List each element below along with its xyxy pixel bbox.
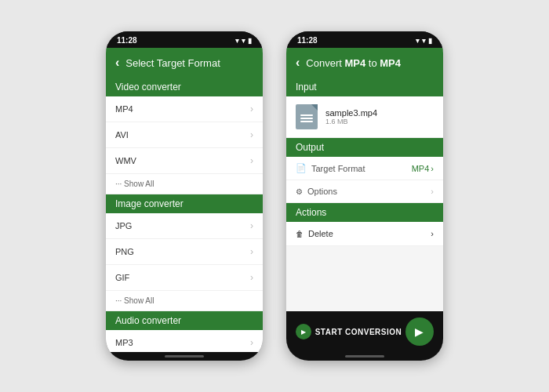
right-home-indicator [286, 352, 443, 361]
chevron-icon: › [250, 272, 253, 283]
target-format-value: MP4 › [412, 164, 434, 173]
right-status-bar: 11:28 ▾ ▾ ▮ [286, 31, 443, 48]
left-home-indicator [106, 352, 263, 361]
output-section-header: Output [286, 138, 443, 157]
options-row[interactable]: ⚙ Options › [286, 180, 443, 203]
chevron-icon: › [431, 164, 434, 173]
file-icon-line [300, 118, 313, 119]
right-status-icons: ▾ ▾ ▮ [416, 37, 432, 45]
left-back-button[interactable]: ‹ [115, 56, 119, 70]
left-status-bar: 11:28 ▾ ▾ ▮ [106, 31, 263, 48]
left-screen: ‹ Select Target Format Video converter M… [106, 48, 263, 361]
list-item-png[interactable]: PNG › [106, 239, 263, 265]
right-app-bar: ‹ Convert MP4 to MP4 [286, 48, 443, 78]
list-item-mp3[interactable]: MP3 › [106, 330, 263, 352]
bottom-bar: ▶ START CONVERSION ▶ [286, 311, 443, 352]
list-item-gif[interactable]: GIF › [106, 265, 263, 291]
options-right: › [431, 187, 434, 196]
signal-icon: ▾ [422, 37, 426, 45]
left-phone: 11:28 ▾ ▾ ▮ ‹ Select Target Format Video… [106, 31, 263, 361]
list-item-avi[interactable]: AVI › [106, 122, 263, 148]
left-title: Select Target Format [125, 57, 220, 69]
options-label: Options [307, 187, 337, 196]
left-content: Video converter MP4 › AVI › WMV › ··· Sh… [106, 78, 263, 352]
delete-left: 🗑 Delete [296, 229, 333, 238]
wifi-icon: ▾ [416, 37, 420, 45]
delete-label: Delete [308, 229, 333, 238]
chevron-icon: › [250, 337, 253, 348]
mp4-label: MP4 [115, 104, 133, 114]
chevron-icon: › [250, 103, 253, 114]
mp4-value: MP4 [412, 164, 430, 173]
image-section-header: Image converter [106, 194, 263, 213]
right-content: Input sample3.mp4 [286, 78, 443, 311]
actions-section-header: Actions [286, 203, 443, 222]
mp3-label: MP3 [115, 338, 133, 347]
file-icon-lines [300, 114, 313, 122]
file-icon-corner [311, 104, 318, 111]
right-time: 11:28 [297, 36, 318, 45]
list-item-wmv[interactable]: WMV › [106, 148, 263, 174]
start-conversion-label[interactable]: START CONVERSION [315, 328, 402, 336]
input-section-header: Input [286, 78, 443, 96]
chevron-icon: › [250, 220, 253, 231]
avi-label: AVI [115, 130, 129, 140]
image-show-all[interactable]: ··· Show All [106, 291, 263, 311]
play-button-small[interactable]: ▶ [296, 324, 311, 339]
phones-container: 11:28 ▾ ▾ ▮ ‹ Select Target Format Video… [90, 16, 459, 376]
wifi-icon: ▾ [235, 37, 239, 45]
audio-section-header: Audio converter [106, 311, 263, 330]
chevron-icon: › [250, 155, 253, 166]
home-bar [345, 355, 384, 358]
options-left: ⚙ Options [296, 187, 337, 196]
right-back-button[interactable]: ‹ [296, 56, 300, 70]
file-info: sample3.mp4 1.6 MB [325, 108, 377, 125]
filename: sample3.mp4 [325, 108, 377, 118]
input-file-row: sample3.mp4 1.6 MB [286, 96, 443, 138]
file-icon [296, 104, 318, 129]
file-small-icon: 📄 [296, 163, 307, 173]
gif-label: GIF [115, 273, 129, 282]
right-phone: 11:28 ▾ ▾ ▮ ‹ Convert MP4 to MP4 Input [286, 31, 443, 361]
file-icon-body [296, 104, 318, 129]
video-section-header: Video converter [106, 78, 263, 96]
title-mid: to [365, 57, 380, 69]
file-icon-line [300, 121, 313, 122]
left-time: 11:28 [117, 36, 137, 45]
chevron-icon: › [431, 229, 434, 238]
video-show-all[interactable]: ··· Show All [106, 174, 263, 194]
target-format-label: Target Format [311, 164, 365, 173]
jpg-label: JPG [115, 221, 132, 230]
title-prefix: Convert [306, 57, 344, 69]
wmv-label: WMV [115, 156, 136, 165]
file-icon-line [300, 114, 313, 116]
left-status-icons: ▾ ▾ ▮ [235, 37, 252, 45]
battery-icon: ▮ [248, 37, 252, 45]
filesize: 1.6 MB [325, 118, 377, 125]
trash-icon: 🗑 [296, 230, 304, 238]
chevron-icon: › [431, 187, 434, 196]
gear-icon: ⚙ [296, 187, 303, 196]
right-screen: ‹ Convert MP4 to MP4 Input [286, 48, 443, 361]
target-format-row[interactable]: 📄 Target Format MP4 › [286, 157, 443, 180]
target-format-left: 📄 Target Format [296, 163, 365, 173]
title-bold2: MP4 [380, 57, 401, 69]
title-bold1: MP4 [344, 57, 365, 69]
left-app-bar: ‹ Select Target Format [106, 48, 263, 78]
chevron-icon: › [250, 246, 253, 257]
signal-icon: ▾ [242, 37, 245, 45]
play-button-large[interactable]: ▶ [405, 318, 434, 346]
right-title: Convert MP4 to MP4 [306, 57, 401, 69]
list-item-mp4[interactable]: MP4 › [106, 96, 263, 122]
home-bar [165, 355, 204, 358]
chevron-icon: › [250, 129, 253, 140]
list-item-jpg[interactable]: JPG › [106, 213, 263, 239]
png-label: PNG [115, 247, 134, 256]
delete-row[interactable]: 🗑 Delete › [286, 222, 443, 246]
battery-icon: ▮ [428, 37, 432, 45]
